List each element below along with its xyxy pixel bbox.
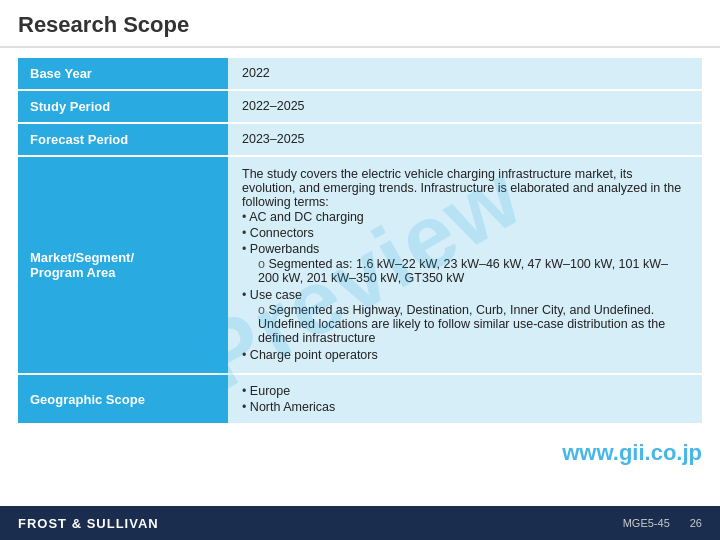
page-number: 26 xyxy=(690,517,702,529)
list-item: Europe xyxy=(242,383,688,399)
page-title: Research Scope xyxy=(18,12,189,37)
label-geographic-scope: Geographic Scope xyxy=(18,374,228,424)
label-base-year: Base Year xyxy=(18,58,228,90)
doc-id: MGE5-45 xyxy=(623,517,670,529)
label-study-period: Study Period xyxy=(18,90,228,123)
footer-watermark: www.gii.co.jp xyxy=(562,440,702,466)
market-intro: The study covers the electric vehicle ch… xyxy=(242,167,681,209)
footer-right: MGE5-45 26 xyxy=(623,517,702,529)
list-item: Segmented as: 1.6 kW–22 kW, 23 kW–46 kW,… xyxy=(258,256,688,286)
geo-bullet-list: Europe North Americas xyxy=(242,383,688,415)
value-market-segment: The study covers the electric vehicle ch… xyxy=(228,156,702,374)
footer: FROST & SULLIVAN MGE5-45 26 xyxy=(0,506,720,540)
sub-list: Segmented as: 1.6 kW–22 kW, 23 kW–46 kW,… xyxy=(242,256,688,286)
list-item: Use case Segmented as Highway, Destinati… xyxy=(242,287,688,347)
list-item: Segmented as Highway, Destination, Curb,… xyxy=(258,302,688,346)
table-row: Study Period 2022–2025 xyxy=(18,90,702,123)
main-content: Preview Base Year 2022 Study Period 2022… xyxy=(0,48,720,506)
label-forecast-period: Forecast Period xyxy=(18,123,228,156)
sub-list: Segmented as Highway, Destination, Curb,… xyxy=(242,302,688,346)
list-item: Charge point operators xyxy=(242,347,688,363)
value-base-year: 2022 xyxy=(228,58,702,90)
market-bullet-list: AC and DC charging Connectors Powerbands… xyxy=(242,209,688,363)
header: Research Scope xyxy=(0,0,720,48)
value-forecast-period: 2023–2025 xyxy=(228,123,702,156)
table-row: Market/Segment/Program Area The study co… xyxy=(18,156,702,374)
value-study-period: 2022–2025 xyxy=(228,90,702,123)
list-item: Connectors xyxy=(242,225,688,241)
label-market-segment: Market/Segment/Program Area xyxy=(18,156,228,374)
page-container: Research Scope Preview Base Year 2022 St… xyxy=(0,0,720,540)
list-item: Powerbands Segmented as: 1.6 kW–22 kW, 2… xyxy=(242,241,688,287)
footer-brand: FROST & SULLIVAN xyxy=(18,516,159,531)
list-item: North Americas xyxy=(242,399,688,415)
table-row: Geographic Scope Europe North Americas xyxy=(18,374,702,424)
scope-table: Base Year 2022 Study Period 2022–2025 Fo… xyxy=(18,58,702,425)
value-geographic-scope: Europe North Americas xyxy=(228,374,702,424)
table-row: Base Year 2022 xyxy=(18,58,702,90)
list-item: AC and DC charging xyxy=(242,209,688,225)
table-row: Forecast Period 2023–2025 xyxy=(18,123,702,156)
